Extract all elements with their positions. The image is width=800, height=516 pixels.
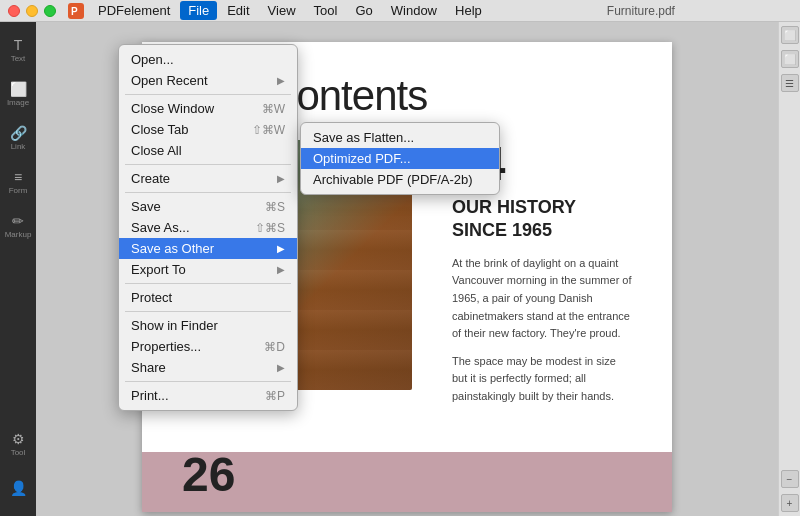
title-bar: P PDFelement File Edit View Tool Go Wind…: [0, 0, 800, 22]
maximize-button[interactable]: [44, 5, 56, 17]
sidebar-item-image[interactable]: ⬜ Image: [2, 74, 34, 114]
menu-sep-1: [125, 94, 291, 95]
submenu-flatten[interactable]: Save as Flatten...: [301, 127, 499, 148]
menu-close-tab[interactable]: Close Tab⇧⌘W: [119, 119, 297, 140]
right-panel-btn-minus[interactable]: −: [781, 470, 799, 488]
menu-bar: PDFelement File Edit View Tool Go Window…: [90, 1, 490, 20]
menu-file[interactable]: File: [180, 1, 217, 20]
right-panel-btn-plus[interactable]: +: [781, 494, 799, 512]
menu-open[interactable]: Open...: [119, 49, 297, 70]
submenu-archivable-pdf[interactable]: Archivable PDF (PDF/A-2b): [301, 169, 499, 190]
menu-close-all[interactable]: Close All: [119, 140, 297, 161]
sidebar-item-user[interactable]: 👤: [2, 468, 34, 508]
markup-icon: ✏: [12, 213, 24, 229]
history-title: OUR HISTORYSINCE 1965: [452, 196, 632, 243]
file-menu-dropdown: Open... Open Recent▶ Close Window⌘W Clos…: [118, 44, 298, 411]
menu-properties[interactable]: Properties...⌘D: [119, 336, 297, 357]
body-paragraph-2: The space may be modest in size but it i…: [452, 353, 632, 406]
menu-show-in-finder[interactable]: Show in Finder: [119, 315, 297, 336]
sidebar-item-form[interactable]: ≡ Form: [2, 162, 34, 202]
menu-edit[interactable]: Edit: [219, 1, 257, 20]
history-body: At the brink of daylight on a quaint Van…: [452, 255, 632, 406]
right-panel-btn-1[interactable]: ⬜: [781, 26, 799, 44]
app-icon: P: [68, 3, 84, 19]
minimize-button[interactable]: [26, 5, 38, 17]
menu-save[interactable]: Save⌘S: [119, 196, 297, 217]
link-icon: 🔗: [10, 125, 27, 141]
menu-protect[interactable]: Protect: [119, 287, 297, 308]
traffic-lights: [8, 5, 56, 17]
right-panel-btn-2[interactable]: ⬜: [781, 50, 799, 68]
menu-save-as-other[interactable]: Save as Other▶: [119, 238, 297, 259]
menu-window[interactable]: Window: [383, 1, 445, 20]
menu-sep-4: [125, 283, 291, 284]
sidebar-item-markup[interactable]: ✏ Markup: [2, 206, 34, 246]
save-as-other-submenu: Save as Flatten... Optimized PDF... Arch…: [300, 122, 500, 195]
sidebar-label-markup: Markup: [5, 230, 32, 239]
menu-sep-5: [125, 311, 291, 312]
content-area: le of Contents 24: [36, 22, 778, 516]
sidebar-item-tool[interactable]: ⚙ Tool: [2, 424, 34, 464]
menu-share[interactable]: Share▶: [119, 357, 297, 378]
menu-close-window[interactable]: Close Window⌘W: [119, 98, 297, 119]
page-number-bottom: 26: [182, 447, 235, 502]
sidebar-label-text: Text: [11, 54, 26, 63]
body-paragraph-1: At the brink of daylight on a quaint Van…: [452, 255, 632, 343]
menu-sep-2: [125, 164, 291, 165]
right-panel-btn-3[interactable]: ☰: [781, 74, 799, 92]
menu-tool[interactable]: Tool: [306, 1, 346, 20]
sidebar-label-tool: Tool: [11, 448, 26, 457]
form-icon: ≡: [14, 169, 22, 185]
menu-pdfelement[interactable]: PDFelement: [90, 1, 178, 20]
menu-view[interactable]: View: [260, 1, 304, 20]
right-panel: ⬜ ⬜ ☰ − +: [778, 22, 800, 516]
sidebar-item-link[interactable]: 🔗 Link: [2, 118, 34, 158]
file-title: Furniture.pdf: [490, 4, 792, 18]
menu-go[interactable]: Go: [347, 1, 380, 20]
main-layout: T Text ⬜ Image 🔗 Link ≡ Form ✏ Markup ⚙ …: [0, 22, 800, 516]
image-icon: ⬜: [10, 81, 27, 97]
dropdown-menu: Open... Open Recent▶ Close Window⌘W Clos…: [118, 44, 298, 411]
sidebar-label-form: Form: [9, 186, 28, 195]
sidebar-label-image: Image: [7, 98, 29, 107]
menu-create[interactable]: Create▶: [119, 168, 297, 189]
menu-export-to[interactable]: Export To▶: [119, 259, 297, 280]
submenu-optimized-pdf[interactable]: Optimized PDF...: [301, 148, 499, 169]
sidebar: T Text ⬜ Image 🔗 Link ≡ Form ✏ Markup ⚙ …: [0, 22, 36, 516]
close-button[interactable]: [8, 5, 20, 17]
menu-sep-6: [125, 381, 291, 382]
svg-text:P: P: [71, 6, 78, 17]
text-icon: T: [14, 37, 23, 53]
sidebar-label-link: Link: [11, 142, 26, 151]
menu-help[interactable]: Help: [447, 1, 490, 20]
tool-icon: ⚙: [12, 431, 25, 447]
menu-open-recent[interactable]: Open Recent▶: [119, 70, 297, 91]
menu-sep-3: [125, 192, 291, 193]
user-icon: 👤: [10, 480, 27, 496]
menu-print[interactable]: Print...⌘P: [119, 385, 297, 406]
sidebar-item-text[interactable]: T Text: [2, 30, 34, 70]
menu-save-as[interactable]: Save As...⇧⌘S: [119, 217, 297, 238]
